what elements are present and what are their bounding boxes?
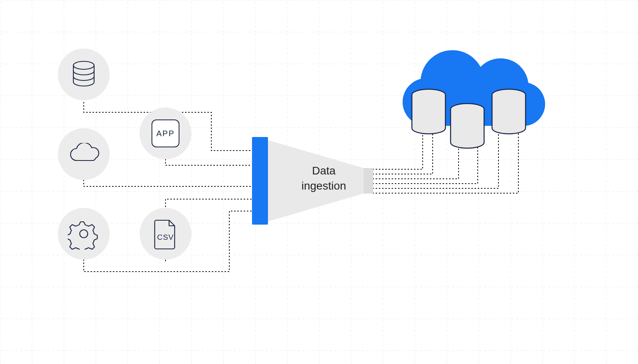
source-app: APP xyxy=(140,108,191,159)
cloud-db-1 xyxy=(412,89,445,134)
source-csv: CSV xyxy=(140,208,191,260)
cloud-db-2 xyxy=(451,104,484,148)
csv-file-icon: CSV xyxy=(152,218,179,250)
cloud-icon xyxy=(67,143,101,165)
cloud-db-3 xyxy=(492,89,526,134)
source-cloud xyxy=(58,128,110,180)
database-icon xyxy=(71,61,97,88)
diagram-stage: APP CSV Data ingestion xyxy=(0,0,638,364)
svg-rect-5 xyxy=(364,168,373,194)
gear-icon xyxy=(68,218,100,250)
svg-rect-3 xyxy=(252,137,268,225)
destination-cloud xyxy=(387,38,554,166)
source-gear xyxy=(58,208,110,260)
csv-label: CSV xyxy=(157,233,174,241)
app-label: APP xyxy=(156,129,175,138)
source-database xyxy=(58,49,110,100)
app-icon: APP xyxy=(152,119,179,147)
svg-point-2 xyxy=(80,230,88,238)
funnel-label-line2: ingestion xyxy=(284,178,364,194)
svg-point-1 xyxy=(73,61,94,69)
funnel-label-line1: Data xyxy=(284,163,364,178)
funnel-label: Data ingestion xyxy=(284,163,364,194)
